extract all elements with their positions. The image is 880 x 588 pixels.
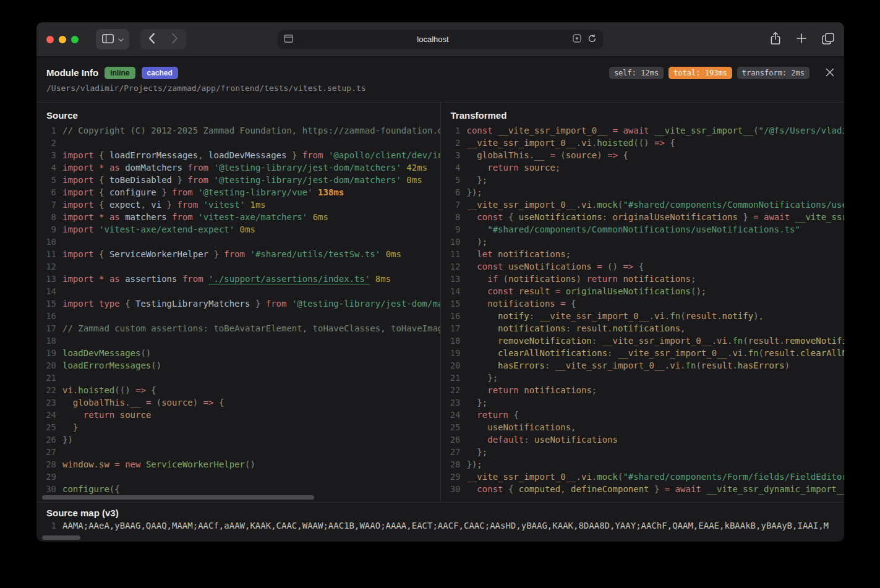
code-token: removeNotification: [498, 336, 592, 346]
total-time-badge: total: 193ms: [669, 67, 732, 79]
address-bar[interactable]: localhost: [278, 30, 603, 49]
line-number: 3: [447, 149, 461, 161]
line-number: 3: [43, 149, 56, 161]
code-token: ,: [198, 150, 208, 160]
close-window-button[interactable]: [46, 36, 54, 43]
code-token: {: [146, 385, 156, 395]
code-token: notifications: [498, 249, 566, 259]
code-token: ,: [571, 422, 576, 432]
page-title: Module Info: [46, 67, 98, 79]
code-token: [467, 348, 498, 358]
code-token: fn: [732, 336, 743, 346]
code-text: return {: [467, 409, 845, 421]
code-token: {: [125, 299, 135, 309]
code-token: vi: [151, 200, 161, 210]
code-token: =: [753, 212, 764, 222]
code-token: [467, 398, 477, 407]
forward-button[interactable]: [163, 29, 186, 49]
close-button[interactable]: [826, 68, 834, 79]
line-number: 12: [43, 260, 56, 273]
code-token: 138ms: [313, 187, 344, 197]
module-link[interactable]: './support/assertions/index.ts': [208, 274, 370, 284]
code-text: });: [467, 458, 845, 471]
code-text: import * as matchers from 'vitest-axe/ma…: [62, 211, 440, 223]
code-token: fn: [670, 311, 680, 321]
code-token: __vite_ssr_import_0__: [498, 126, 607, 135]
code-token: [467, 311, 498, 321]
code-text: globalThis.__ = (source) => {: [467, 149, 845, 161]
code-token: {: [213, 398, 224, 407]
close-icon: [826, 68, 834, 79]
code-line: 28});: [447, 458, 845, 471]
code-line: 22 return notifications;: [447, 384, 845, 396]
code-token: }: [161, 200, 177, 210]
code-token: .: [576, 200, 581, 210]
reload-button[interactable]: [587, 34, 597, 45]
code-token: [467, 435, 488, 445]
new-tab-button[interactable]: [796, 33, 807, 46]
code-token: const: [477, 484, 508, 494]
code-token: await: [764, 212, 795, 222]
code-token: [467, 262, 477, 271]
code-token: };: [477, 175, 487, 185]
code-token: ();: [691, 286, 706, 296]
line-number: 9: [43, 223, 56, 236]
code-token: }: [156, 187, 172, 197]
code-line: 12: [43, 260, 440, 273]
code-token: vi: [732, 348, 743, 358]
code-token: expect: [109, 200, 141, 210]
horizontal-scrollbar[interactable]: [42, 495, 314, 500]
share-button[interactable]: [770, 32, 781, 47]
code-token: 'vitest-axe/extend-expect': [99, 224, 234, 234]
transformed-code[interactable]: 1const __vite_ssr_import_0__ = await __v…: [441, 124, 845, 502]
code-token: '@testing-library/jest-dom/matchers': [213, 163, 401, 173]
code-token: [467, 447, 477, 457]
line-number: 11: [43, 248, 56, 260]
code-token: :: [592, 336, 602, 346]
code-line: 27 };: [447, 446, 845, 458]
code-token: __vite_ssr_import_0__: [618, 348, 727, 358]
code-line: 23 };: [447, 396, 845, 409]
zoom-window-button[interactable]: [71, 36, 79, 43]
share-icon: [770, 32, 781, 47]
code-token: .: [592, 138, 597, 148]
back-button[interactable]: [140, 29, 163, 49]
code-text: import { expect, vi } from 'vitest' 1ms: [62, 198, 440, 211]
code-token: ({: [109, 484, 120, 494]
line-number: 14: [447, 285, 461, 297]
chevron-left-icon: [148, 33, 155, 46]
content-blocker-icon[interactable]: [573, 34, 581, 45]
code-token: :: [545, 360, 555, 370]
source-code[interactable]: 1// Copyright (C) 2012-2025 Zammad Found…: [36, 124, 440, 502]
code-token: });: [467, 459, 482, 469]
sourcemap-code[interactable]: 1AAMA;AAeA,yBAAG,QAAQ,MAAM;AACf,aAAW,KAA…: [36, 519, 844, 532]
code-token: 'vitest-axe/matchers': [198, 212, 307, 222]
sourcemap-scrollbar[interactable]: [42, 535, 80, 540]
code-line: 18: [43, 334, 440, 347]
code-token: __: [130, 398, 141, 407]
code-token: __vite_ssr_dynamic_import__: [706, 484, 844, 494]
code-token: result: [519, 286, 550, 296]
code-line: 7import { expect, vi } from 'vitest' 1ms: [43, 198, 440, 211]
line-number: 24: [447, 409, 461, 421]
code-line: 8 const { useNotifications: originalUseN…: [447, 211, 845, 223]
tabs-overview-button[interactable]: [822, 33, 834, 46]
line-number: 14: [43, 285, 56, 297]
sidebar-toggle-button[interactable]: [96, 29, 129, 49]
chevron-down-icon: [118, 35, 124, 44]
code-text: __vite_ssr_import_0__.vi.hoisted(() => {: [467, 137, 845, 149]
code-token: .: [680, 360, 685, 370]
code-token: }: [73, 422, 78, 432]
code-token: clearAllNotifications: [498, 348, 607, 358]
code-token: }: [208, 249, 224, 259]
code-token: import: [62, 187, 99, 197]
code-token: configure: [109, 187, 156, 197]
line-number: 17: [43, 322, 56, 334]
minimize-window-button[interactable]: [59, 36, 66, 43]
code-token: (: [156, 398, 161, 407]
code-text: [62, 372, 440, 384]
code-text: [62, 334, 440, 347]
code-token: source: [566, 150, 597, 160]
code-line: 21: [43, 372, 440, 384]
code-line: 30 const { computed, defineComponent } =…: [447, 483, 845, 495]
